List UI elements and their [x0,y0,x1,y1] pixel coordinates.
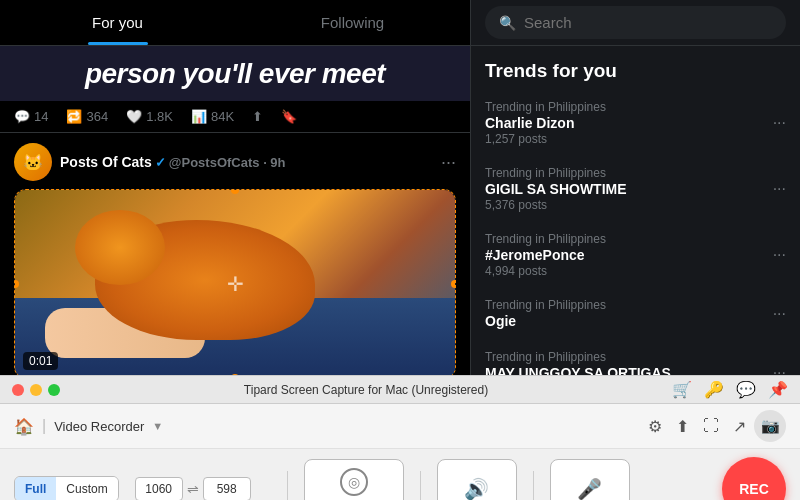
video-banner: person you'll ever meet [0,46,470,101]
video-timer: 0:01 [23,352,58,370]
trends-section: Trends for you Trending in Philippines C… [471,46,800,375]
trend-name: Charlie Dizon [485,115,786,131]
trend-posts: 1,257 posts [485,132,786,146]
trend-more-btn[interactable]: ··· [773,114,786,132]
post-handle: @PostsOfCats · 9h [169,155,286,170]
resize-handle-tr[interactable] [451,189,456,194]
more-options-btn[interactable]: ··· [441,152,456,173]
trend-label: Trending in Philippines [485,232,786,246]
upload-save-icon[interactable]: ⬆ [676,417,689,436]
mic-control[interactable]: 🎤 [550,459,630,500]
retweet-icon: 🔁 [66,109,82,124]
trend-label: Trending in Philippines [485,298,786,312]
mic-icon: 🎤 [577,477,602,500]
controls-divider-3 [533,471,534,500]
capture-app-title: Tipard Screen Capture for Mac (Unregiste… [244,383,488,397]
screen-capture-toolbar: Tipard Screen Capture for Mac (Unregiste… [0,375,800,500]
trend-item[interactable]: Trending in Philippines Charlie Dizon 1,… [471,90,800,156]
fullscreen-icon[interactable]: ⛶ [703,417,719,436]
move-icon: ✛ [227,272,244,296]
trend-item[interactable]: Trending in Philippines GIGIL SA SHOWTIM… [471,156,800,222]
search-input-wrap[interactable]: 🔍 [485,6,786,39]
minimize-window-btn[interactable] [30,384,42,396]
full-size-btn[interactable]: Full [15,477,56,500]
trend-more-btn[interactable]: ··· [773,364,786,375]
audio-control[interactable]: 🔊 [437,459,517,500]
trend-more-btn[interactable]: ··· [773,180,786,198]
upload-icon: ⬆ [252,109,263,124]
nav-right-icons: ⚙ ⬆ ⛶ ↗ [648,417,746,436]
pin-icon[interactable]: 📌 [768,380,788,399]
twitter-feed: For you Following person you'll ever mee… [0,0,470,375]
capture-title-bar: Tipard Screen Capture for Mac (Unregiste… [0,376,800,404]
feed-tabs: For you Following [0,0,470,46]
trend-name: GIGIL SA SHOWTIME [485,181,786,197]
trend-item[interactable]: Trending in Philippines #JeromePonce 4,9… [471,222,800,288]
chat-icon[interactable]: 💬 [736,380,756,399]
share-btn[interactable]: ⬆ [252,109,263,124]
trend-more-btn[interactable]: ··· [773,246,786,264]
speaker-icon: 🔊 [464,477,489,500]
post-image: ✛ 0:01 [14,189,456,375]
retweet-count[interactable]: 🔁 364 [66,109,108,124]
tab-following[interactable]: Following [235,0,470,45]
search-icon: 🔍 [499,15,516,31]
heart-icon: 🤍 [126,109,142,124]
trend-label: Trending in Philippines [485,100,786,114]
export-icon[interactable]: ↗ [733,417,746,436]
capture-nav-bar: 🏠 | Video Recorder ▼ ⚙ ⬆ ⛶ ↗ 📷 [0,404,800,449]
bookmark-icon: 🔖 [281,109,297,124]
rec-button[interactable]: REC [722,457,786,500]
dimension-inputs: ⇌ [135,477,251,500]
right-sidebar: 🔍 Trends for you Trending in Philippines… [470,0,800,375]
comment-icon: 💬 [14,109,30,124]
capture-controls-row: Full Custom ⇌ ◎ Take photo 🔊 🎤 REC [0,449,800,500]
link-icon: ⇌ [187,481,199,497]
trend-name: MAY UNGGOY SA ORTIGAS [485,365,786,375]
maximize-window-btn[interactable] [48,384,60,396]
trend-label: Trending in Philippines [485,350,786,364]
comment-count[interactable]: 💬 14 [14,109,48,124]
camera-capture-area[interactable]: ◎ Take photo [304,459,404,500]
verified-badge: ✓ [155,155,166,170]
width-input[interactable] [135,477,183,500]
settings-icon[interactable]: ⚙ [648,417,662,436]
camera-snap-btn[interactable]: 📷 [754,410,786,442]
view-count: 📊 84K [191,109,234,124]
nav-divider: | [42,417,46,435]
trend-name: #JeromePonce [485,247,786,263]
trend-more-btn[interactable]: ··· [773,305,786,323]
home-icon[interactable]: 🏠 [14,417,34,436]
resize-handle-mr[interactable] [451,280,456,288]
trend-name: Ogie [485,313,786,329]
height-input[interactable] [203,477,251,500]
trend-item[interactable]: Trending in Philippines Ogie ··· [471,288,800,340]
search-input[interactable] [524,14,772,31]
post-author-name: Posts Of Cats ✓ @PostsOfCats · 9h [60,154,433,170]
bookmark-btn[interactable]: 🔖 [281,109,297,124]
tweet-action-bar: 💬 14 🔁 364 🤍 1.8K 📊 84K ⬆ 🔖 [0,101,470,132]
post-meta: Posts Of Cats ✓ @PostsOfCats · 9h [60,154,433,170]
trends-title: Trends for you [471,56,800,90]
size-toggle: Full Custom [14,476,119,500]
key-icon[interactable]: 🔑 [704,380,724,399]
close-window-btn[interactable] [12,384,24,396]
camera-circle-icon: ◎ [340,468,368,496]
cat-head [75,210,165,285]
nav-dropdown-arrow[interactable]: ▼ [152,420,163,432]
traffic-lights [12,384,60,396]
cart-icon[interactable]: 🛒 [672,380,692,399]
trend-posts: 4,994 posts [485,264,786,278]
nav-mode-label: Video Recorder [54,419,144,434]
post-container: 🐱 Posts Of Cats ✓ @PostsOfCats · 9h ··· [0,132,470,375]
controls-divider [287,471,288,500]
search-section: 🔍 [471,0,800,46]
capture-title-icons: 🛒 🔑 💬 📌 [672,380,788,399]
trend-item[interactable]: Trending in Philippines MAY UNGGOY SA OR… [471,340,800,375]
trend-posts: 5,376 posts [485,198,786,212]
post-header: 🐱 Posts Of Cats ✓ @PostsOfCats · 9h ··· [14,143,456,181]
like-count[interactable]: 🤍 1.8K [126,109,173,124]
custom-size-btn[interactable]: Custom [56,477,117,500]
tab-for-you[interactable]: For you [0,0,235,45]
avatar: 🐱 [14,143,52,181]
